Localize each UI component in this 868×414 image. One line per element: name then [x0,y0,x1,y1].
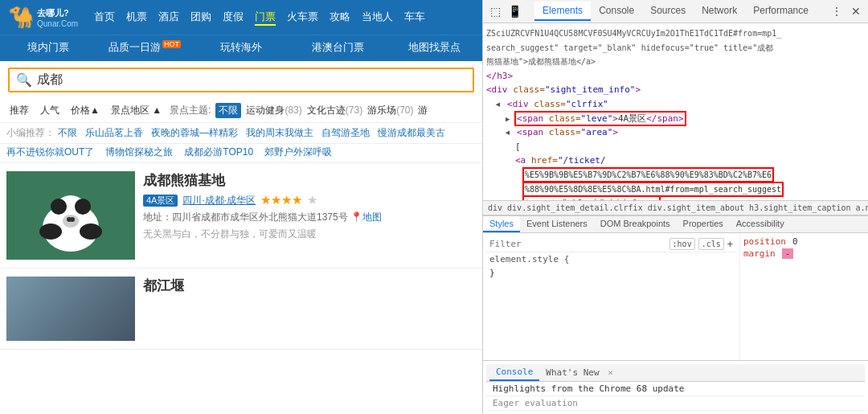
svg-point-9 [80,223,102,240]
reco-5[interactable]: 慢游成都最美古 [378,126,445,140]
card-panda-image [6,171,135,260]
svg-point-7 [70,217,75,222]
sub-nav: 境内门票 品质一日游HOT 玩转海外 港澳台门票 地图找景点 [0,35,482,61]
filter-theme-label: 景点主题: [170,104,211,117]
styles-filter-input[interactable] [489,239,666,249]
nav-home[interactable]: 首页 [94,10,115,26]
reco2-2[interactable]: 成都必游TOP10 [184,146,253,159]
subnav-quality[interactable]: 品质一日游HOT [96,39,193,56]
tab-network[interactable]: Network [694,2,745,21]
search-input[interactable] [37,73,466,88]
elem-line-a-href[interactable]: <a href="/ticket/ [483,154,868,168]
nav-group[interactable]: 团购 [190,10,211,26]
tab-performance[interactable]: Performance [745,2,817,21]
elem-line-div-info[interactable]: <div class="sight_item_info"> [483,83,868,97]
styles-tab-event[interactable]: Event Listeners [520,216,594,232]
console-close-icon[interactable]: ✕ [608,367,613,378]
elem-line-bracket[interactable]: [ [483,140,868,154]
elem-line-span-leve[interactable]: ▶ <span class="leve">4A景区</span> [483,112,868,126]
reco2-0[interactable]: 再不进锐你就OUT了 [6,146,94,159]
console-tabs: Console What's New ✕ [486,364,865,382]
small-reco-row1: 小编推荐： 不限 乐山品茗上香 夜晚的蓉城—样精彩 我的周末我做主 自驾游圣地 … [0,123,482,144]
highlight-url: %E5%9B%9B%E5%B7%9D%C2%B7%E6%88%90%E9%83%… [525,170,772,180]
close-devtools-icon[interactable]: ✕ [847,2,865,20]
elem-line-url2[interactable]: %88%90%E5%8D%8E%E5%8C%BA.html#from=mpl_s… [483,182,868,197]
filter-more[interactable]: 游 [418,104,428,117]
styles-tab-accessibility[interactable]: Accessibility [730,216,791,232]
elem-line-h3-close[interactable]: </h3> [483,69,868,84]
small-reco-label: 小编推荐： [6,126,55,140]
filter-culture[interactable]: 文化古迹(73) [307,104,362,117]
device-icon-btn[interactable]: 📱 [506,2,523,20]
subnav-map[interactable]: 地图找景点 [386,39,482,56]
console-tab-whatsnew[interactable]: What's New ✕ [539,365,619,380]
card-map-link[interactable]: 📍地图 [350,211,382,223]
reco2-1[interactable]: 博物馆探秘之旅 [105,146,173,159]
filter-popular[interactable]: 人气 [37,102,63,119]
search-bar: 🔍 [8,68,474,92]
reco-0[interactable]: 不限 [58,126,77,140]
elements-panel[interactable]: ZSciUZRCVFN1U4QCU58MCVF0SU4MyVCRCUyIm2O1… [483,23,868,200]
nav-local[interactable]: 当地人 [362,10,393,26]
nav-hotel[interactable]: 酒店 [158,10,179,26]
styles-tab-styles[interactable]: Styles [483,216,520,232]
filter-price[interactable]: 价格▲ [68,102,103,119]
elem-line-suggest[interactable]: search_suggest" target="_blank" hidefocu… [483,41,868,55]
reco-3[interactable]: 我的周末我做主 [246,126,313,140]
reco-1[interactable]: 乐山品茗上香 [85,126,143,140]
reco-2[interactable]: 夜晚的蓉城—样精彩 [151,126,238,140]
filter-recommend[interactable]: 推荐 [6,102,32,119]
console-message-1: Highlights from the Chrome 68 update [486,382,865,396]
elem-line-div-clrfix[interactable]: ▼ <div class="clrfix" [483,97,868,112]
reco-4[interactable]: 自驾游圣地 [321,126,370,140]
console-message-2: Eager evaluation [486,396,865,411]
reco2-3[interactable]: 郊野户外深呼吸 [264,146,332,159]
console-tab-main[interactable]: Console [489,364,539,381]
card-stars: ★★★★ [260,193,302,207]
card-panda-desc: 无关黑与白，不分群与独，可爱而又温暖 [143,227,476,241]
more-tools-icon[interactable]: ⋮ [828,2,845,20]
prop-margin-value: - [782,248,794,259]
card-panda-tags: 4A景区 四川·成都·成华区 ★★★★★ [143,193,476,207]
elem-line-panda[interactable]: 熊猫基地">成都熊猫基地</a> [483,55,868,69]
subnav-domestic[interactable]: 境内门票 [0,39,96,56]
card-dujiangyan: 都江堰 [0,268,482,350]
elem-line-url-encoded[interactable]: %E5%9B%9B%E5%B7%9D%C2%B7%E6%88%90%E9%83%… [483,168,868,182]
nav-notes[interactable]: 攻略 [330,10,350,26]
nav-flights[interactable]: 机票 [126,10,147,26]
card-dujiangyan-title: 都江堰 [143,277,476,295]
logo-area: 🐪 去哪儿? Qunar.Com [8,5,78,30]
styles-content: :hov .cls + element.style { } position [483,233,868,360]
tab-console[interactable]: Console [591,2,642,21]
elem-line-url[interactable]: ZSciUZRCVFN1U4QCU58MCVF0SU4MyVCRCUyIm2O1… [483,27,868,41]
filter-row: 推荐 人气 价格▲ 景点地区 ▲ 景点主题: 不限 运动健身(83) 文化古迹(… [0,99,482,123]
breadcrumb: div div.sight_item_detail.clrfix div.sig… [483,200,868,215]
styles-tab-dom[interactable]: DOM Breakpoints [594,216,677,232]
subnav-overseas[interactable]: 玩转海外 [193,39,289,56]
subnav-hk[interactable]: 港澳台门票 [289,39,386,56]
card-level-badge: 4A景区 [143,195,178,207]
nav-car[interactable]: 车车 [404,10,425,26]
filter-unlimited[interactable]: 不限 [215,103,241,118]
filter-sport[interactable]: 运动健身(83) [246,104,301,117]
filter-hov-button[interactable]: :hov [669,238,695,250]
tab-sources[interactable]: Sources [642,2,694,21]
filter-amusement[interactable]: 游乐场(70) [367,104,413,117]
panda-illustration [6,171,135,260]
cursor-icon-btn[interactable]: ⬚ [486,2,504,20]
nav-vacation[interactable]: 度假 [223,10,244,26]
nav-tickets[interactable]: 门票 [255,10,276,26]
nav-train[interactable]: 火车票 [287,10,318,26]
console-area: Console What's New ✕ Highlights from the… [483,360,868,414]
filter-cls-button[interactable]: .cls [698,238,724,250]
card-dujiangyan-image [6,277,135,341]
elem-line-span-area[interactable]: ▼ <span class="area"> [483,125,868,140]
filter-plus-button[interactable]: + [727,239,733,250]
card-area-link[interactable]: 四川·成都·成华区 [182,194,256,207]
css-props-list: position 0 margin - [743,236,865,259]
left-panel: 🐪 去哪儿? Qunar.Com 首页 机票 酒店 团购 度假 门票 火车票 攻… [0,0,482,414]
tab-elements[interactable]: Elements [534,2,591,21]
filter-area[interactable]: 景点地区 ▲ [108,102,165,119]
card-dujiangyan-body: 都江堰 [135,277,476,341]
styles-tab-properties[interactable]: Properties [677,216,730,232]
